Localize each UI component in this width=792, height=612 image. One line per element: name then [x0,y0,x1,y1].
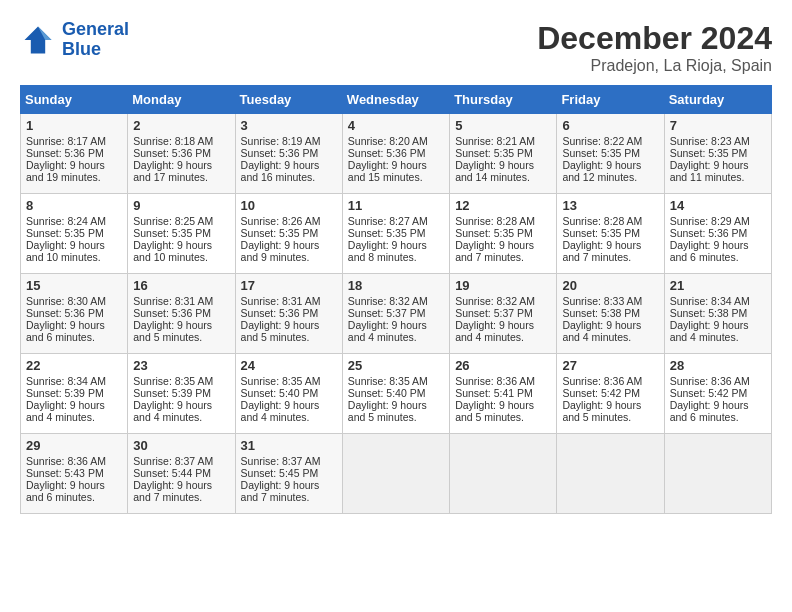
cell-info-line: and 14 minutes. [455,171,551,183]
cell-info-line: Sunrise: 8:35 AM [241,375,337,387]
weekday-header: Monday [128,86,235,114]
day-number: 11 [348,198,444,213]
weekday-header: Tuesday [235,86,342,114]
day-number: 14 [670,198,766,213]
cell-info-line: Sunrise: 8:17 AM [26,135,122,147]
calendar-cell: 14Sunrise: 8:29 AMSunset: 5:36 PMDayligh… [664,194,771,274]
cell-info-line: Daylight: 9 hours [348,399,444,411]
cell-info-line: Sunrise: 8:19 AM [241,135,337,147]
cell-info-line: Daylight: 9 hours [562,399,658,411]
cell-info-line: Sunrise: 8:36 AM [670,375,766,387]
weekday-header: Wednesday [342,86,449,114]
cell-info-line: Daylight: 9 hours [562,319,658,331]
cell-info-line: Sunrise: 8:34 AM [670,295,766,307]
cell-info-line: Sunset: 5:35 PM [562,147,658,159]
calendar-cell: 31Sunrise: 8:37 AMSunset: 5:45 PMDayligh… [235,434,342,514]
calendar-cell: 11Sunrise: 8:27 AMSunset: 5:35 PMDayligh… [342,194,449,274]
cell-info-line: and 11 minutes. [670,171,766,183]
cell-info-line: Sunset: 5:45 PM [241,467,337,479]
cell-info-line: and 9 minutes. [241,251,337,263]
cell-info-line: and 7 minutes. [133,491,229,503]
day-number: 6 [562,118,658,133]
cell-info-line: Sunset: 5:35 PM [455,227,551,239]
day-number: 2 [133,118,229,133]
cell-info-line: and 6 minutes. [26,331,122,343]
calendar-cell: 29Sunrise: 8:36 AMSunset: 5:43 PMDayligh… [21,434,128,514]
cell-info-line: Sunset: 5:35 PM [670,147,766,159]
cell-info-line: and 16 minutes. [241,171,337,183]
cell-info-line: Sunset: 5:35 PM [133,227,229,239]
calendar-cell: 10Sunrise: 8:26 AMSunset: 5:35 PMDayligh… [235,194,342,274]
day-number: 8 [26,198,122,213]
calendar-cell: 28Sunrise: 8:36 AMSunset: 5:42 PMDayligh… [664,354,771,434]
cell-info-line: and 10 minutes. [133,251,229,263]
day-number: 21 [670,278,766,293]
cell-info-line: Sunset: 5:36 PM [133,147,229,159]
cell-info-line: and 4 minutes. [455,331,551,343]
cell-info-line: Daylight: 9 hours [26,319,122,331]
cell-info-line: Daylight: 9 hours [670,239,766,251]
cell-info-line: Sunrise: 8:28 AM [562,215,658,227]
cell-info-line: Daylight: 9 hours [133,239,229,251]
cell-info-line: Daylight: 9 hours [26,159,122,171]
day-number: 24 [241,358,337,373]
calendar-cell: 16Sunrise: 8:31 AMSunset: 5:36 PMDayligh… [128,274,235,354]
calendar-cell: 30Sunrise: 8:37 AMSunset: 5:44 PMDayligh… [128,434,235,514]
cell-info-line: Daylight: 9 hours [455,319,551,331]
cell-info-line: Sunset: 5:35 PM [241,227,337,239]
logo-icon [20,22,56,58]
cell-info-line: and 4 minutes. [26,411,122,423]
calendar-cell: 19Sunrise: 8:32 AMSunset: 5:37 PMDayligh… [450,274,557,354]
calendar-table: SundayMondayTuesdayWednesdayThursdayFrid… [20,85,772,514]
title-block: December 2024 Pradejon, La Rioja, Spain [537,20,772,75]
cell-info-line: Daylight: 9 hours [670,319,766,331]
calendar-cell: 9Sunrise: 8:25 AMSunset: 5:35 PMDaylight… [128,194,235,274]
cell-info-line: Sunset: 5:43 PM [26,467,122,479]
day-number: 16 [133,278,229,293]
cell-info-line: Sunrise: 8:26 AM [241,215,337,227]
calendar-cell: 12Sunrise: 8:28 AMSunset: 5:35 PMDayligh… [450,194,557,274]
cell-info-line: Sunset: 5:35 PM [562,227,658,239]
calendar-cell: 1Sunrise: 8:17 AMSunset: 5:36 PMDaylight… [21,114,128,194]
cell-info-line: Daylight: 9 hours [133,319,229,331]
cell-info-line: and 17 minutes. [133,171,229,183]
cell-info-line: Sunrise: 8:29 AM [670,215,766,227]
cell-info-line: Daylight: 9 hours [241,319,337,331]
calendar-cell: 5Sunrise: 8:21 AMSunset: 5:35 PMDaylight… [450,114,557,194]
cell-info-line: Sunset: 5:40 PM [348,387,444,399]
day-number: 7 [670,118,766,133]
cell-info-line: Sunset: 5:41 PM [455,387,551,399]
cell-info-line: Sunset: 5:39 PM [26,387,122,399]
calendar-cell: 18Sunrise: 8:32 AMSunset: 5:37 PMDayligh… [342,274,449,354]
location: Pradejon, La Rioja, Spain [537,57,772,75]
cell-info-line: Sunrise: 8:35 AM [133,375,229,387]
cell-info-line: and 4 minutes. [133,411,229,423]
day-number: 22 [26,358,122,373]
day-number: 29 [26,438,122,453]
day-number: 25 [348,358,444,373]
cell-info-line: Sunset: 5:36 PM [241,147,337,159]
cell-info-line: and 4 minutes. [348,331,444,343]
calendar-cell: 24Sunrise: 8:35 AMSunset: 5:40 PMDayligh… [235,354,342,434]
cell-info-line: Sunrise: 8:35 AM [348,375,444,387]
calendar-cell: 3Sunrise: 8:19 AMSunset: 5:36 PMDaylight… [235,114,342,194]
cell-info-line: Daylight: 9 hours [562,239,658,251]
cell-info-line: Sunrise: 8:22 AM [562,135,658,147]
cell-info-line: Sunset: 5:42 PM [670,387,766,399]
cell-info-line: Sunrise: 8:18 AM [133,135,229,147]
logo-text: General Blue [62,20,129,60]
cell-info-line: Sunset: 5:36 PM [26,307,122,319]
cell-info-line: and 12 minutes. [562,171,658,183]
cell-info-line: Sunrise: 8:36 AM [562,375,658,387]
cell-info-line: and 10 minutes. [26,251,122,263]
calendar-cell [664,434,771,514]
day-number: 13 [562,198,658,213]
calendar-cell: 4Sunrise: 8:20 AMSunset: 5:36 PMDaylight… [342,114,449,194]
cell-info-line: and 5 minutes. [348,411,444,423]
day-number: 12 [455,198,551,213]
cell-info-line: and 5 minutes. [562,411,658,423]
day-number: 28 [670,358,766,373]
cell-info-line: Sunrise: 8:32 AM [455,295,551,307]
calendar-cell: 8Sunrise: 8:24 AMSunset: 5:35 PMDaylight… [21,194,128,274]
cell-info-line: Sunrise: 8:25 AM [133,215,229,227]
